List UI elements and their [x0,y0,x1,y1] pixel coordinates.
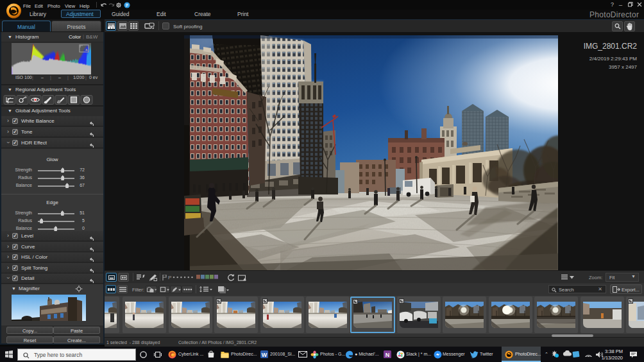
svg-text:W: W [262,352,267,358]
svg-text:P: P [168,275,171,280]
svg-text:N: N [386,352,390,358]
